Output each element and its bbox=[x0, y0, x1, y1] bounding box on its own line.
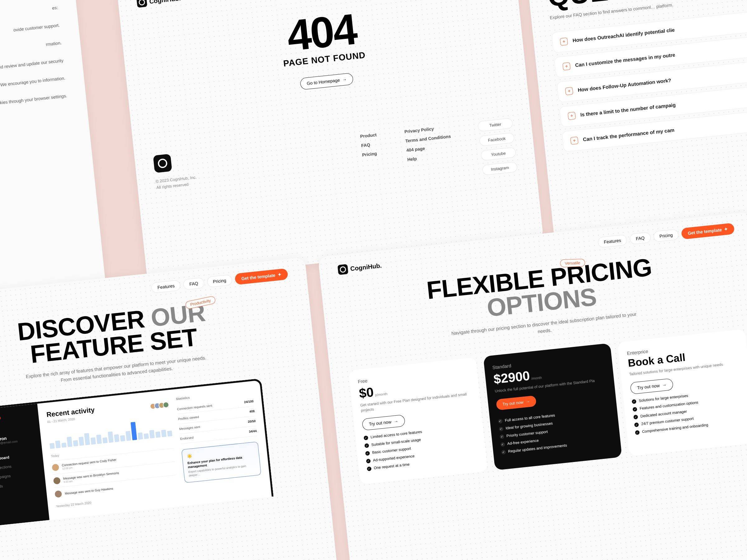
nav-pricing[interactable]: Pricing bbox=[206, 274, 232, 288]
stat-value: 408 bbox=[249, 409, 255, 414]
faq-question: Can I customize the messages in my outre bbox=[575, 52, 675, 69]
pricing-card: CogniHub. Features FAQ Pricing Get the t… bbox=[318, 212, 747, 560]
plan-standard: Standard $2900/month Unlock the full pot… bbox=[483, 343, 622, 471]
social-link[interactable]: Facebook bbox=[479, 133, 515, 146]
plan-feature: Ideal for growing businesses bbox=[506, 421, 553, 430]
homepage-button[interactable]: Go to Homepage bbox=[300, 73, 354, 90]
plan-enterprise: Enterprice Book a Call Tailored solution… bbox=[618, 329, 747, 456]
plan-feature: Suitable for small-scale usage bbox=[371, 437, 421, 447]
plan-feature: Dedicated account manager bbox=[640, 409, 687, 419]
stat-value: 34/44 bbox=[249, 429, 257, 433]
check-icon: ✓ bbox=[365, 451, 370, 455]
faq-question: How does OutreachAI identify potential c… bbox=[572, 27, 675, 43]
sidebar-item-dashboard[interactable]: Dashboard bbox=[0, 452, 36, 462]
plan-feature: Ad-free experience bbox=[507, 438, 539, 446]
try-now-button[interactable]: Try out now bbox=[630, 378, 673, 394]
faq-question: Can I track the performance of my cam bbox=[583, 127, 674, 142]
sidebar-item-connections[interactable]: Connections bbox=[0, 462, 37, 471]
nav-features[interactable]: Features bbox=[151, 280, 181, 293]
brand-name: CogniHub. bbox=[350, 262, 382, 272]
check-icon: ✓ bbox=[498, 419, 503, 423]
logo-icon bbox=[153, 154, 173, 173]
social-link[interactable]: Instagram bbox=[482, 161, 518, 176]
notification-badge: 3 bbox=[0, 416, 1, 420]
check-icon: ✓ bbox=[634, 415, 638, 419]
avatar-icon bbox=[53, 477, 61, 484]
footer-link[interactable]: Terms and Conditions bbox=[405, 134, 451, 143]
plan-feature: Priority customer support bbox=[506, 429, 548, 438]
expand-icon: + bbox=[568, 112, 576, 120]
check-icon: ✓ bbox=[633, 407, 637, 411]
check-icon: ✓ bbox=[364, 443, 369, 448]
try-now-button[interactable]: Try out now bbox=[496, 395, 537, 410]
stat-value: 20/50 bbox=[248, 419, 256, 424]
check-icon: ✓ bbox=[499, 427, 503, 431]
error-card: CogniHub. 404 PAGE NOT FOUND Go to Homep… bbox=[116, 0, 543, 281]
check-icon: ✓ bbox=[635, 430, 640, 435]
stat-label: Profiles viewed bbox=[178, 415, 199, 421]
social-link[interactable]: Youtube bbox=[481, 147, 516, 161]
footer-link[interactable]: 404 page bbox=[406, 143, 452, 153]
avatar[interactable]: 3 bbox=[0, 417, 1, 432]
expand-icon: + bbox=[562, 62, 570, 70]
policy-text: to enhance your experience on our kies t… bbox=[0, 92, 68, 137]
nav-features[interactable]: Features bbox=[598, 234, 627, 248]
plan-feature: Ad-supported experience bbox=[373, 454, 415, 462]
versatile-badge: Versatile bbox=[560, 259, 585, 268]
logo-icon bbox=[337, 264, 348, 275]
stat-label: Messages sent bbox=[179, 425, 200, 431]
expand-icon: + bbox=[570, 137, 578, 145]
footer-link[interactable]: Help bbox=[407, 153, 453, 162]
footer-link[interactable]: Privacy Policy bbox=[404, 125, 450, 134]
check-icon: ✓ bbox=[500, 442, 505, 447]
footer-link[interactable]: Pricing bbox=[362, 151, 379, 157]
nav-faq[interactable]: FAQ bbox=[183, 277, 205, 290]
footer-link[interactable]: FAQ bbox=[361, 141, 378, 148]
plan-free: Free $0p/month Get started with our Free… bbox=[349, 357, 488, 484]
plan-period: p/month bbox=[375, 392, 388, 397]
expand-icon: + bbox=[560, 38, 568, 46]
try-now-button[interactable]: Try out now bbox=[362, 415, 405, 431]
brand-logo[interactable]: CogniHub. bbox=[136, 0, 181, 8]
expand-icon: + bbox=[565, 87, 573, 95]
brand-name: CogniHub. bbox=[149, 0, 181, 5]
plan-price: $0 bbox=[358, 384, 374, 401]
plan-price: $2900 bbox=[493, 368, 531, 386]
plan-feature: Solutions for large enterprises bbox=[639, 393, 689, 403]
dashboard-preview: 3 Cameron cameron@email.com Dashboard Co… bbox=[0, 378, 274, 526]
features-card: CogniHub. Features FAQ Pricing Get the t… bbox=[0, 257, 340, 560]
nav-pricing[interactable]: Pricing bbox=[653, 229, 679, 242]
get-template-button[interactable]: Get the template bbox=[681, 223, 735, 240]
logo-icon bbox=[136, 0, 147, 8]
faq-question: How does Follow-Up Automation work? bbox=[577, 77, 671, 93]
avatar-icon bbox=[54, 490, 62, 498]
check-icon: ✓ bbox=[366, 459, 371, 463]
nav-faq[interactable]: FAQ bbox=[629, 232, 651, 244]
brand-logo[interactable]: CogniHub. bbox=[337, 260, 382, 275]
sidebar-item-campaigns[interactable]: Campaigns bbox=[0, 471, 38, 480]
plan-period: /month bbox=[531, 375, 542, 380]
check-icon: ✓ bbox=[499, 434, 504, 439]
check-icon: ✓ bbox=[632, 399, 637, 404]
plan-feature: Basic customer support bbox=[372, 446, 411, 455]
faq-question: Is there a limit to the number of campai… bbox=[580, 102, 676, 117]
avatar-icon bbox=[52, 463, 59, 471]
activity-text: Message was sent to Guy Hawkins bbox=[65, 486, 113, 495]
check-icon: ✓ bbox=[367, 466, 371, 471]
check-icon: ✓ bbox=[364, 435, 368, 440]
check-icon: ✓ bbox=[501, 450, 506, 455]
plan-feature: One request at a time bbox=[374, 462, 410, 470]
footer-link[interactable]: Product bbox=[360, 132, 377, 139]
stat-label: Endorsed bbox=[180, 436, 194, 441]
avatar-stack[interactable] bbox=[151, 401, 169, 409]
social-link[interactable]: Twitter bbox=[478, 118, 513, 132]
stat-label: Connection requests sent bbox=[177, 404, 212, 411]
stat-value: 24/100 bbox=[244, 399, 254, 404]
check-icon: ✓ bbox=[634, 422, 639, 427]
get-template-button[interactable]: Get the template bbox=[235, 268, 288, 285]
plan-feature: Full access to all core features bbox=[505, 413, 555, 423]
upgrade-card[interactable]: ☀️ Enhance your plan for effortless data… bbox=[181, 442, 261, 483]
sidebar-item-leads[interactable]: Leads bbox=[0, 480, 40, 489]
